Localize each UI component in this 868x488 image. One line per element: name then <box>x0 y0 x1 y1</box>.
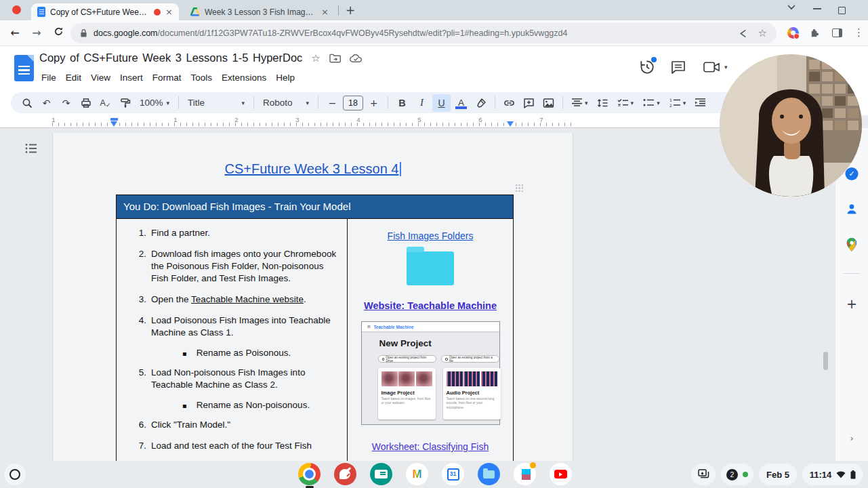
menu-help[interactable]: Help <box>271 70 299 85</box>
video-call-button[interactable]: ▾ <box>703 61 728 73</box>
extension-pinwheel-icon[interactable] <box>787 27 799 39</box>
screen-capture-button[interactable] <box>691 464 716 485</box>
webcam-overlay[interactable] <box>720 54 862 197</box>
menu-view[interactable]: View <box>86 70 115 85</box>
italic-button[interactable]: I <box>413 94 431 112</box>
gmail-icon[interactable]: M <box>406 463 428 485</box>
document-canvas: CS+Future Week 3 Lesson 4 You Do: Downlo… <box>0 128 868 461</box>
cloud-saved-icon[interactable] <box>350 54 363 63</box>
bold-button[interactable]: B <box>393 94 411 112</box>
numbered-list-select[interactable]: 12 ▾ <box>665 94 690 112</box>
youtube-icon[interactable] <box>550 463 572 485</box>
teachable-machine-link[interactable]: Website: Teachable Machine <box>364 300 497 311</box>
menu-extensions[interactable]: Extensions <box>217 70 271 85</box>
worksheet-link[interactable]: Worksheet: Classifying Fish <box>372 441 489 452</box>
document-title[interactable]: Copy of CS+Future Week 3 Lessons 1-5 Hyp… <box>39 52 302 64</box>
spellcheck-icon[interactable]: A✓ <box>96 94 115 112</box>
align-select[interactable]: ▾ <box>568 94 592 112</box>
browser-menu-icon[interactable]: ⋮ <box>854 26 864 39</box>
new-tab-button[interactable]: + <box>342 2 358 18</box>
chromeos-shelf: M 31 2 Feb 5 11:14 <box>0 461 868 488</box>
teachable-machine-website-link[interactable]: Teachable Machine website <box>191 294 304 304</box>
table-cell-resources[interactable]: Fish Images Folders Website: Teachable M… <box>347 219 513 461</box>
table-cell-steps[interactable]: 1.Find a partner. 2.Download fish images… <box>117 219 347 461</box>
maximize-button[interactable] <box>838 7 846 14</box>
url-path: /document/d/1f12G3PW7ATu18-ZRWVErBcox4qv… <box>158 28 568 38</box>
google-docs-icon <box>37 7 45 17</box>
table-header-cell[interactable]: You Do: Download Fish Images - Train You… <box>116 195 514 219</box>
tab-close-icon[interactable]: × <box>321 7 329 17</box>
tasks-icon[interactable]: ✓ <box>846 167 859 180</box>
status-tray[interactable]: 11:14 <box>802 464 863 485</box>
highlight-color-icon[interactable] <box>472 94 490 112</box>
date-pill[interactable]: Feb 5 <box>759 464 797 485</box>
minimize-button[interactable] <box>812 8 823 19</box>
document-outline-icon[interactable] <box>25 143 37 157</box>
bulleted-list-select[interactable]: ▾ <box>639 94 664 112</box>
move-to-folder-icon[interactable] <box>329 54 341 63</box>
omnibox[interactable]: docs.google.com/document/d/1f12G3PW7ATu1… <box>70 23 777 43</box>
canvas-app-icon[interactable] <box>334 463 356 485</box>
bookmark-star-icon[interactable]: ☆ <box>758 27 767 39</box>
left-indent-marker[interactable] <box>110 121 117 127</box>
redo-icon[interactable]: ↷ <box>57 94 75 112</box>
version-history-button[interactable] <box>638 58 656 79</box>
extensions-puzzle-icon[interactable] <box>809 27 821 41</box>
launcher-button[interactable] <box>4 464 26 485</box>
calendar-icon[interactable]: 31 <box>442 463 464 485</box>
tab-docs[interactable]: Copy of CS+Future Week 3 × <box>31 3 179 20</box>
print-icon[interactable] <box>77 94 95 112</box>
menu-insert[interactable]: Insert <box>115 70 148 85</box>
chrome-icon[interactable] <box>298 463 321 485</box>
table-drag-handle-icon[interactable] <box>515 184 523 192</box>
ruler[interactable]: 1 1 2 3 4 5 6 7 <box>0 115 835 128</box>
search-menus-icon[interactable] <box>18 94 36 112</box>
menu-file[interactable]: File <box>37 70 61 85</box>
forward-button[interactable]: → <box>28 25 45 41</box>
text-color-button[interactable]: A <box>452 94 470 112</box>
fish-images-folders-link[interactable]: Fish Images Folders <box>388 230 474 241</box>
doc-heading[interactable]: CS+Future Week 3 Lesson 4 <box>53 161 573 177</box>
share-icon[interactable] <box>739 29 747 38</box>
tab-drive[interactable]: Week 3 Lesson 3 Fish Images to × <box>184 3 335 20</box>
side-panel-icon[interactable] <box>832 28 842 37</box>
tab-close-icon[interactable]: × <box>165 7 173 17</box>
screencast-app-icon[interactable] <box>370 463 392 485</box>
add-comment-icon[interactable] <box>520 94 538 112</box>
comments-button[interactable] <box>670 59 686 78</box>
font-size-input[interactable]: 18 <box>343 96 363 110</box>
font-select[interactable]: Roboto▾ <box>259 94 313 112</box>
maps-icon[interactable] <box>847 238 857 254</box>
collapse-panel-chevron-icon[interactable]: › <box>850 433 853 443</box>
checklist-select[interactable]: ▾ <box>613 94 638 112</box>
undo-icon[interactable]: ↶ <box>37 94 56 112</box>
files-app-icon[interactable] <box>478 463 500 485</box>
menu-tools[interactable]: Tools <box>186 70 218 85</box>
tab-overflow-chevron-icon[interactable] <box>786 5 797 16</box>
insert-link-icon[interactable] <box>500 94 518 112</box>
menu-edit[interactable]: Edit <box>61 70 86 85</box>
paragraph-style-select[interactable]: Title▾ <box>184 94 249 112</box>
increase-font-size-button[interactable]: + <box>365 94 383 112</box>
indent-icon[interactable] <box>691 94 709 112</box>
right-indent-marker[interactable] <box>507 121 514 127</box>
star-document-icon[interactable]: ☆ <box>311 52 320 64</box>
play-store-icon[interactable] <box>514 463 536 485</box>
zoom-select[interactable]: 100%▾ <box>136 94 173 112</box>
notification-counter[interactable]: 2 <box>721 464 753 485</box>
decrease-font-size-button[interactable]: − <box>323 94 342 112</box>
line-spacing-icon[interactable] <box>594 94 612 112</box>
insert-image-icon[interactable] <box>539 94 558 112</box>
document-page[interactable]: CS+Future Week 3 Lesson 4 You Do: Downlo… <box>52 133 573 461</box>
paint-format-icon[interactable] <box>116 94 134 112</box>
back-button[interactable]: ← <box>7 25 23 41</box>
reload-button[interactable] <box>50 25 66 41</box>
add-addon-button[interactable]: + <box>846 296 857 311</box>
underline-button[interactable]: U <box>432 94 451 112</box>
contacts-icon[interactable] <box>846 203 859 218</box>
google-docs-logo[interactable] <box>14 55 34 81</box>
first-line-indent-marker[interactable] <box>110 118 118 121</box>
scrollbar-thumb[interactable] <box>823 352 828 370</box>
address-bar: ← → docs.google.com/document/d/1f12G3PW7… <box>0 20 868 46</box>
menu-format[interactable]: Format <box>148 70 186 85</box>
